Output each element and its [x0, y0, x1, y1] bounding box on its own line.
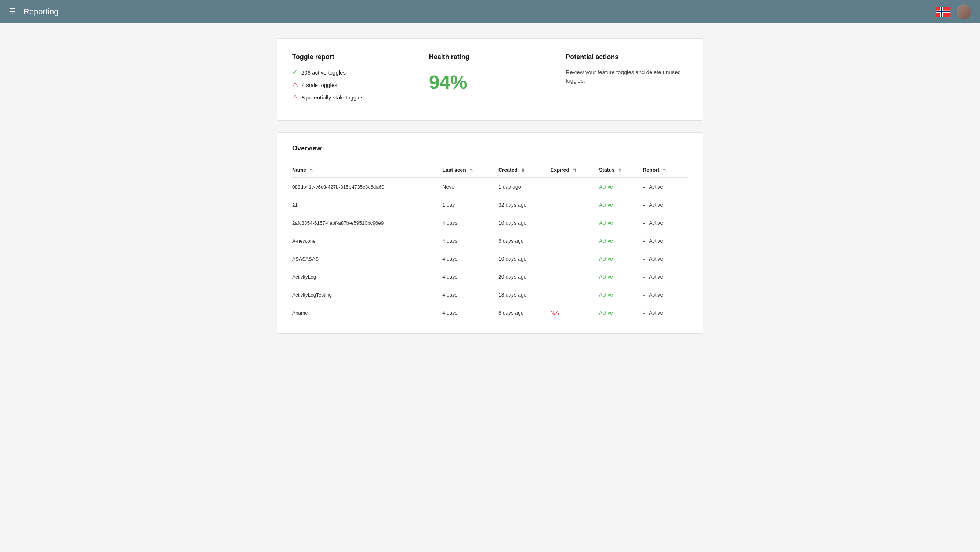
col-header-report[interactable]: Report ⇅: [643, 162, 688, 178]
cell-name: Aname: [292, 304, 442, 322]
stat-potentially-stale-text: 8 potentially stale toggles: [302, 94, 363, 100]
cell-status: Active: [599, 304, 643, 322]
sort-icon-status: ⇅: [619, 168, 622, 173]
cell-created: 10 days ago: [498, 214, 550, 232]
report-value: Active: [649, 310, 663, 316]
health-percent: 94%: [429, 71, 467, 93]
user-avatar[interactable]: [956, 5, 971, 19]
overview-table: Name ⇅ Last seen ⇅ Created ⇅ Expired ⇅: [292, 162, 688, 321]
cell-created: 20 days ago: [498, 268, 550, 286]
report-check-icon: ✓: [643, 238, 647, 244]
cell-report: ✓ Active: [643, 214, 688, 232]
sort-icon-expired: ⇅: [573, 168, 576, 173]
cell-created: 18 days ago: [498, 286, 550, 304]
report-check-icon: ✓: [643, 256, 647, 262]
health-rating-section: Health rating 94%: [429, 53, 551, 106]
report-check-icon: ✓: [643, 202, 647, 208]
cell-status: Active: [599, 250, 643, 268]
cell-created: 1 day ago: [498, 178, 550, 196]
sort-icon-report: ⇅: [663, 168, 666, 173]
health-rating-title: Health rating: [429, 53, 469, 61]
toggle-report-title: Toggle report: [292, 53, 414, 61]
report-value: Active: [649, 202, 663, 208]
report-value: Active: [649, 256, 663, 262]
cell-expired: [550, 250, 599, 268]
cell-last-seen: 4 days: [442, 286, 498, 304]
cell-expired: [550, 286, 599, 304]
cell-last-seen: Never: [442, 178, 498, 196]
cell-expired: [550, 196, 599, 214]
cell-created: 9 days ago: [498, 232, 550, 250]
cell-expired: [550, 232, 599, 250]
cell-report: ✓ Active: [643, 250, 688, 268]
table-row: A-new.one 4 days 9 days ago Active ✓ Act…: [292, 232, 688, 250]
report-value: Active: [649, 184, 663, 190]
table-row: ASASASAS 4 days 10 days ago Active ✓ Act…: [292, 250, 688, 268]
cell-report: ✓ Active: [643, 232, 688, 250]
warn-icon-potentially-stale: ⚠: [292, 93, 298, 101]
stat-stale-toggles: ⚠ 4 stale toggles: [292, 81, 414, 89]
potential-actions-title: Potential actions: [566, 53, 688, 61]
col-header-expired[interactable]: Expired ⇅: [550, 162, 599, 178]
cell-status: Active: [599, 214, 643, 232]
overview-title: Overview: [292, 145, 688, 152]
report-check-icon: ✓: [643, 220, 647, 226]
cell-created: 8 days ago: [498, 304, 550, 322]
report-check-icon: ✓: [643, 310, 647, 316]
cell-report: ✓ Active: [643, 304, 688, 322]
col-header-status[interactable]: Status ⇅: [599, 162, 643, 178]
toggle-report-section: Toggle report ✓ 206 active toggles ⚠ 4 s…: [292, 53, 414, 106]
cell-status: Active: [599, 196, 643, 214]
cell-status: Active: [599, 178, 643, 196]
cell-created: 10 days ago: [498, 250, 550, 268]
cell-report: ✓ Active: [643, 196, 688, 214]
cell-expired: [550, 268, 599, 286]
menu-icon[interactable]: ☰: [9, 7, 16, 16]
report-value: Active: [649, 274, 663, 280]
cell-created: 32 days ago: [498, 196, 550, 214]
sort-icon-last-seen: ⇅: [470, 168, 473, 173]
report-card: Toggle report ✓ 206 active toggles ⚠ 4 s…: [277, 38, 703, 121]
main-content: Toggle report ✓ 206 active toggles ⚠ 4 s…: [270, 24, 710, 348]
table-row: ActivityLog 4 days 20 days ago Active ✓ …: [292, 268, 688, 286]
cell-status: Active: [599, 286, 643, 304]
language-flag[interactable]: [936, 6, 951, 17]
cell-expired: N/A: [550, 304, 599, 322]
table-row: ActivityLogTesting 4 days 18 days ago Ac…: [292, 286, 688, 304]
report-check-icon: ✓: [643, 274, 647, 280]
cell-last-seen: 4 days: [442, 268, 498, 286]
cell-report: ✓ Active: [643, 268, 688, 286]
stat-active-toggles: ✓ 206 active toggles: [292, 68, 414, 76]
cell-name: 21: [292, 196, 442, 214]
cell-last-seen: 4 days: [442, 250, 498, 268]
cell-report: ✓ Active: [643, 178, 688, 196]
cell-last-seen: 1 day: [442, 196, 498, 214]
potential-actions-section: Potential actions Review your feature to…: [566, 53, 688, 106]
report-value: Active: [649, 220, 663, 226]
potential-actions-text: Review your feature toggles and delete u…: [566, 68, 688, 85]
cell-name: ActivityLog: [292, 268, 442, 286]
cell-last-seen: 4 days: [442, 232, 498, 250]
table-row: 21 1 day 32 days ago Active ✓ Active: [292, 196, 688, 214]
cell-expired: [550, 178, 599, 196]
header-actions: [936, 5, 971, 19]
app-title: Reporting: [24, 7, 936, 16]
warn-icon-stale: ⚠: [292, 81, 298, 89]
table-row: Aname 4 days 8 days ago N/A Active ✓ Act…: [292, 304, 688, 322]
cell-status: Active: [599, 268, 643, 286]
overview-section: Overview Name ⇅ Last seen ⇅ Created ⇅: [277, 132, 703, 334]
sort-icon-created: ⇅: [521, 168, 525, 173]
col-header-name[interactable]: Name ⇅: [292, 162, 442, 178]
cell-last-seen: 4 days: [442, 214, 498, 232]
check-icon: ✓: [292, 68, 298, 76]
col-header-created[interactable]: Created ⇅: [498, 162, 550, 178]
cell-name: 083db41c-c6c8-427b-815b-f735c3c6da60: [292, 178, 442, 196]
table-header-row: Name ⇅ Last seen ⇅ Created ⇅ Expired ⇅: [292, 162, 688, 178]
report-check-icon: ✓: [643, 184, 647, 190]
col-header-last-seen[interactable]: Last seen ⇅: [442, 162, 498, 178]
sort-icon-name: ⇅: [310, 168, 313, 173]
stat-active-text: 206 active toggles: [301, 69, 346, 76]
cell-last-seen: 4 days: [442, 304, 498, 322]
stat-potentially-stale-toggles: ⚠ 8 potentially stale toggles: [292, 93, 414, 101]
stat-stale-text: 4 stale toggles: [302, 82, 337, 88]
